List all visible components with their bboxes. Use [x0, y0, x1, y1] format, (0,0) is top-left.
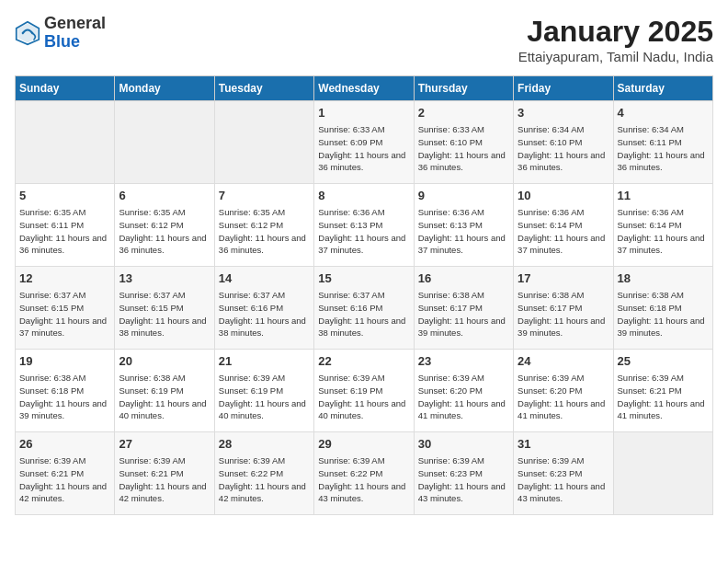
day-cell: 18Sunrise: 6:38 AM Sunset: 6:18 PM Dayli… — [613, 267, 712, 350]
day-cell: 22Sunrise: 6:39 AM Sunset: 6:19 PM Dayli… — [314, 350, 414, 432]
day-detail: Sunrise: 6:39 AM Sunset: 6:21 PM Dayligh… — [119, 454, 210, 505]
day-detail: Sunrise: 6:38 AM Sunset: 6:17 PM Dayligh… — [518, 289, 609, 339]
day-detail: Sunrise: 6:36 AM Sunset: 6:14 PM Dayligh… — [618, 206, 709, 257]
day-number: 26 — [19, 436, 110, 453]
day-cell: 2Sunrise: 6:33 AM Sunset: 6:10 PM Daylig… — [414, 101, 513, 184]
day-number: 18 — [618, 270, 709, 287]
week-row-1: 1Sunrise: 6:33 AM Sunset: 6:09 PM Daylig… — [16, 101, 713, 184]
day-number: 7 — [219, 188, 310, 204]
day-number: 5 — [19, 188, 110, 204]
day-number: 16 — [418, 270, 509, 287]
day-number: 31 — [518, 436, 609, 453]
day-cell — [16, 101, 115, 184]
weekday-header-row: SundayMondayTuesdayWednesdayThursdayFrid… — [16, 76, 713, 101]
day-number: 20 — [119, 353, 210, 370]
logo-icon — [15, 20, 40, 46]
day-number: 22 — [318, 353, 409, 370]
day-detail: Sunrise: 6:39 AM Sunset: 6:22 PM Dayligh… — [318, 454, 409, 505]
weekday-monday: Monday — [115, 76, 214, 101]
day-number: 6 — [119, 188, 210, 204]
day-number: 15 — [318, 270, 409, 287]
week-row-4: 19Sunrise: 6:38 AM Sunset: 6:18 PM Dayli… — [16, 350, 713, 432]
day-detail: Sunrise: 6:37 AM Sunset: 6:15 PM Dayligh… — [119, 289, 210, 339]
day-detail: Sunrise: 6:35 AM Sunset: 6:11 PM Dayligh… — [19, 206, 110, 257]
calendar-body: 1Sunrise: 6:33 AM Sunset: 6:09 PM Daylig… — [16, 101, 713, 515]
day-cell: 25Sunrise: 6:39 AM Sunset: 6:21 PM Dayli… — [613, 350, 712, 432]
day-detail: Sunrise: 6:34 AM Sunset: 6:11 PM Dayligh… — [618, 123, 709, 174]
day-detail: Sunrise: 6:37 AM Sunset: 6:16 PM Dayligh… — [318, 289, 409, 339]
day-cell: 21Sunrise: 6:39 AM Sunset: 6:19 PM Dayli… — [214, 350, 313, 432]
day-cell: 19Sunrise: 6:38 AM Sunset: 6:18 PM Dayli… — [16, 350, 115, 432]
weekday-wednesday: Wednesday — [314, 76, 414, 101]
day-detail: Sunrise: 6:38 AM Sunset: 6:19 PM Dayligh… — [119, 372, 210, 422]
day-cell: 15Sunrise: 6:37 AM Sunset: 6:16 PM Dayli… — [314, 267, 414, 350]
day-cell: 14Sunrise: 6:37 AM Sunset: 6:16 PM Dayli… — [214, 267, 313, 350]
day-detail: Sunrise: 6:37 AM Sunset: 6:15 PM Dayligh… — [19, 289, 110, 339]
day-number: 8 — [318, 188, 409, 204]
day-cell: 29Sunrise: 6:39 AM Sunset: 6:22 PM Dayli… — [314, 432, 414, 515]
week-row-2: 5Sunrise: 6:35 AM Sunset: 6:11 PM Daylig… — [16, 184, 713, 267]
day-detail: Sunrise: 6:39 AM Sunset: 6:20 PM Dayligh… — [418, 372, 509, 422]
day-cell — [214, 101, 313, 184]
day-cell: 24Sunrise: 6:39 AM Sunset: 6:20 PM Dayli… — [514, 350, 613, 432]
day-cell: 5Sunrise: 6:35 AM Sunset: 6:11 PM Daylig… — [16, 184, 115, 267]
day-cell: 7Sunrise: 6:35 AM Sunset: 6:12 PM Daylig… — [214, 184, 313, 267]
day-cell: 17Sunrise: 6:38 AM Sunset: 6:17 PM Dayli… — [514, 267, 613, 350]
day-cell: 12Sunrise: 6:37 AM Sunset: 6:15 PM Dayli… — [16, 267, 115, 350]
day-detail: Sunrise: 6:38 AM Sunset: 6:17 PM Dayligh… — [418, 289, 509, 339]
day-cell: 10Sunrise: 6:36 AM Sunset: 6:14 PM Dayli… — [514, 184, 613, 267]
day-detail: Sunrise: 6:39 AM Sunset: 6:19 PM Dayligh… — [318, 372, 409, 422]
day-number: 29 — [318, 436, 409, 453]
day-detail: Sunrise: 6:39 AM Sunset: 6:22 PM Dayligh… — [219, 454, 310, 505]
day-number: 13 — [119, 270, 210, 287]
day-detail: Sunrise: 6:35 AM Sunset: 6:12 PM Dayligh… — [119, 206, 210, 257]
day-cell: 4Sunrise: 6:34 AM Sunset: 6:11 PM Daylig… — [613, 101, 712, 184]
day-number: 24 — [518, 353, 609, 370]
day-detail: Sunrise: 6:33 AM Sunset: 6:09 PM Dayligh… — [318, 123, 409, 174]
weekday-saturday: Saturday — [613, 76, 712, 101]
day-detail: Sunrise: 6:39 AM Sunset: 6:23 PM Dayligh… — [418, 454, 509, 505]
day-detail: Sunrise: 6:38 AM Sunset: 6:18 PM Dayligh… — [618, 289, 709, 339]
day-cell: 26Sunrise: 6:39 AM Sunset: 6:21 PM Dayli… — [16, 432, 115, 515]
day-detail: Sunrise: 6:39 AM Sunset: 6:21 PM Dayligh… — [19, 454, 110, 505]
weekday-thursday: Thursday — [414, 76, 513, 101]
weekday-tuesday: Tuesday — [214, 76, 313, 101]
day-cell — [613, 432, 712, 515]
day-cell: 27Sunrise: 6:39 AM Sunset: 6:21 PM Dayli… — [115, 432, 214, 515]
day-detail: Sunrise: 6:39 AM Sunset: 6:19 PM Dayligh… — [219, 372, 310, 422]
day-cell: 16Sunrise: 6:38 AM Sunset: 6:17 PM Dayli… — [414, 267, 513, 350]
day-cell — [115, 101, 214, 184]
day-cell: 28Sunrise: 6:39 AM Sunset: 6:22 PM Dayli… — [214, 432, 313, 515]
logo-text: General Blue — [44, 15, 106, 52]
day-number: 1 — [318, 105, 409, 121]
day-number: 10 — [518, 188, 609, 204]
day-number: 12 — [19, 270, 110, 287]
weekday-sunday: Sunday — [16, 76, 115, 101]
day-detail: Sunrise: 6:35 AM Sunset: 6:12 PM Dayligh… — [219, 206, 310, 257]
day-number: 17 — [518, 270, 609, 287]
day-detail: Sunrise: 6:39 AM Sunset: 6:23 PM Dayligh… — [518, 454, 609, 505]
day-cell: 3Sunrise: 6:34 AM Sunset: 6:10 PM Daylig… — [514, 101, 613, 184]
day-number: 25 — [618, 353, 709, 370]
day-number: 28 — [219, 436, 310, 453]
title-block: January 2025 Ettaiyapuram, Tamil Nadu, I… — [518, 15, 713, 64]
day-number: 23 — [418, 353, 509, 370]
day-detail: Sunrise: 6:33 AM Sunset: 6:10 PM Dayligh… — [418, 123, 509, 174]
day-number: 2 — [418, 105, 509, 121]
day-cell: 31Sunrise: 6:39 AM Sunset: 6:23 PM Dayli… — [514, 432, 613, 515]
day-number: 30 — [418, 436, 509, 453]
day-cell: 11Sunrise: 6:36 AM Sunset: 6:14 PM Dayli… — [613, 184, 712, 267]
day-cell: 8Sunrise: 6:36 AM Sunset: 6:13 PM Daylig… — [314, 184, 414, 267]
logo-general-text: General — [44, 14, 106, 32]
day-cell: 1Sunrise: 6:33 AM Sunset: 6:09 PM Daylig… — [314, 101, 414, 184]
day-detail: Sunrise: 6:37 AM Sunset: 6:16 PM Dayligh… — [219, 289, 310, 339]
day-number: 27 — [119, 436, 210, 453]
calendar-table: SundayMondayTuesdayWednesdayThursdayFrid… — [15, 75, 713, 515]
day-number: 11 — [618, 188, 709, 204]
day-detail: Sunrise: 6:39 AM Sunset: 6:21 PM Dayligh… — [618, 372, 709, 422]
day-cell: 13Sunrise: 6:37 AM Sunset: 6:15 PM Dayli… — [115, 267, 214, 350]
logo-blue-text: Blue — [44, 32, 80, 51]
day-cell: 20Sunrise: 6:38 AM Sunset: 6:19 PM Dayli… — [115, 350, 214, 432]
day-number: 9 — [418, 188, 509, 204]
day-detail: Sunrise: 6:36 AM Sunset: 6:13 PM Dayligh… — [418, 206, 509, 257]
